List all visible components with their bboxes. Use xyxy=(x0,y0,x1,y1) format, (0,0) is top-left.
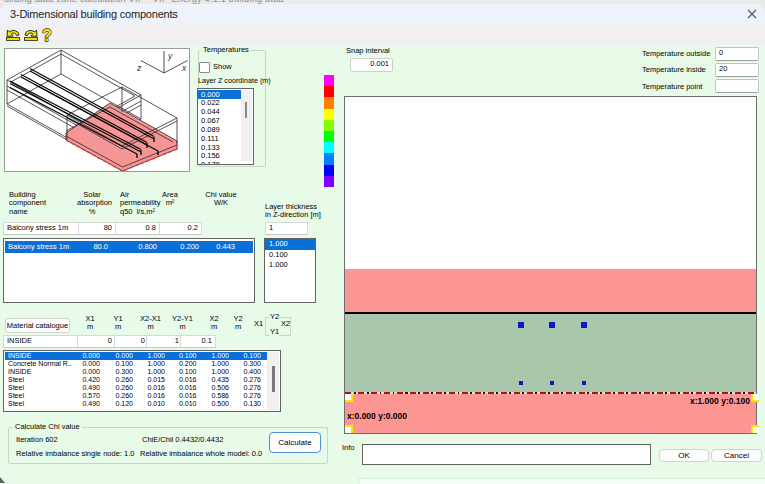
svg-text:y: y xyxy=(167,51,173,61)
svg-text:x: x xyxy=(181,63,187,73)
svg-text:z: z xyxy=(136,63,142,73)
svg-text:?: ? xyxy=(42,27,52,43)
